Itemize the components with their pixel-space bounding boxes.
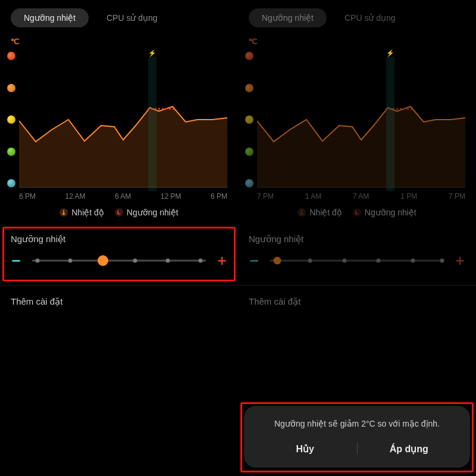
tabs: Ngưỡng nhiệt CPU sử dụng bbox=[238, 0, 476, 33]
chart-legend: Nhiệt độ L Ngưỡng nhiệt bbox=[238, 208, 476, 217]
chart-area: ⚡ 6 PM 12 AM 6 AM 12 PM 6 PM bbox=[0, 49, 238, 204]
slider-title: Ngưỡng nhiệt bbox=[249, 234, 465, 245]
x-tick: 6 PM bbox=[211, 192, 227, 201]
thermometer-icon bbox=[60, 208, 68, 217]
x-axis: 7 PM 1 AM 7 AM 1 PM 7 PM bbox=[257, 192, 465, 201]
apply-button[interactable]: Áp dụng bbox=[358, 443, 461, 455]
threshold-icon: L bbox=[115, 208, 123, 217]
x-axis: 6 PM 12 AM 6 AM 12 PM 6 PM bbox=[19, 192, 227, 201]
threshold-slider-card: Ngưỡng nhiệt − + bbox=[238, 226, 476, 285]
slider-thumb[interactable] bbox=[274, 257, 281, 265]
chart-area: ⚡ 7 PM 1 AM 7 AM 1 PM 7 PM bbox=[238, 49, 476, 204]
x-tick: 7 PM bbox=[449, 192, 465, 201]
tab-cpu-usage[interactable]: CPU sử dụng bbox=[331, 8, 409, 27]
level-hot-icon bbox=[245, 52, 253, 60]
decrease-button[interactable]: − bbox=[11, 253, 21, 268]
thermometer-icon bbox=[298, 208, 306, 217]
level-hot-icon bbox=[7, 52, 15, 60]
legend-label: Ngưỡng nhiệt bbox=[127, 208, 178, 217]
chart-area-fill bbox=[19, 107, 227, 187]
chart-legend: Nhiệt độ L Ngưỡng nhiệt bbox=[0, 208, 238, 217]
slider-row: − + bbox=[11, 253, 227, 268]
charging-icon: ⚡ bbox=[385, 49, 396, 57]
svg-rect-5 bbox=[301, 210, 302, 214]
legend-temperature: Nhiệt độ bbox=[298, 208, 342, 217]
level-very-cool-icon bbox=[245, 179, 253, 187]
temperature-chart bbox=[257, 49, 465, 189]
x-tick: 12 PM bbox=[161, 192, 181, 201]
tab-cpu-usage[interactable]: CPU sử dụng bbox=[93, 8, 171, 27]
x-tick: 6 PM bbox=[19, 192, 36, 201]
tabs: Ngưỡng nhiệt CPU sử dụng bbox=[0, 0, 238, 33]
slider-thumb[interactable] bbox=[98, 255, 108, 266]
threshold-slider-card: Ngưỡng nhiệt − + bbox=[0, 226, 238, 285]
legend-threshold: L Ngưỡng nhiệt bbox=[353, 208, 416, 217]
dialog-actions: Hủy Áp dụng bbox=[253, 434, 461, 463]
y-axis-unit: ℃ bbox=[11, 37, 20, 46]
level-cool-icon bbox=[7, 148, 15, 156]
legend-threshold: L Ngưỡng nhiệt bbox=[115, 208, 178, 217]
increase-button[interactable]: + bbox=[455, 253, 465, 268]
charging-icon: ⚡ bbox=[147, 49, 158, 57]
tab-threshold[interactable]: Ngưỡng nhiệt bbox=[249, 8, 327, 27]
level-neutral-icon bbox=[7, 115, 15, 124]
more-settings[interactable]: Thêm cài đặt bbox=[238, 286, 476, 318]
threshold-icon: L bbox=[353, 208, 361, 217]
cancel-button[interactable]: Hủy bbox=[253, 443, 357, 455]
slider-track[interactable] bbox=[267, 255, 447, 266]
level-warm-icon bbox=[245, 84, 253, 92]
increase-button[interactable]: + bbox=[217, 253, 227, 268]
slider-track[interactable] bbox=[29, 255, 209, 266]
dialog-message: Ngưỡng nhiệt sẽ giảm 2°C so với mặc định… bbox=[253, 419, 461, 428]
charging-band bbox=[386, 57, 394, 191]
x-tick: 7 PM bbox=[257, 192, 274, 201]
level-cool-icon bbox=[245, 148, 253, 156]
legend-temperature: Nhiệt độ bbox=[60, 208, 104, 217]
level-warm-icon bbox=[7, 84, 15, 92]
legend-label: Ngưỡng nhiệt bbox=[365, 208, 416, 217]
y-axis-levels bbox=[245, 52, 253, 187]
y-axis-levels bbox=[7, 52, 15, 187]
x-tick: 12 AM bbox=[65, 192, 85, 201]
legend-label: Nhiệt độ bbox=[309, 208, 342, 217]
temperature-chart bbox=[19, 49, 227, 189]
pane-right: Ngưỡng nhiệt CPU sử dụng ℃ ⚡ 7 PM bbox=[238, 0, 476, 476]
y-axis-unit: ℃ bbox=[249, 37, 258, 46]
x-tick: 7 AM bbox=[353, 192, 369, 201]
legend-label: Nhiệt độ bbox=[71, 208, 104, 217]
confirm-dialog: Ngưỡng nhiệt sẽ giảm 2°C so với mặc định… bbox=[244, 406, 470, 468]
app-root: Ngưỡng nhiệt CPU sử dụng ℃ ⚡ 6 PM bbox=[0, 0, 476, 476]
slider-row: − + bbox=[249, 253, 465, 268]
charging-band bbox=[148, 57, 156, 191]
level-neutral-icon bbox=[245, 115, 253, 124]
pane-left: Ngưỡng nhiệt CPU sử dụng ℃ ⚡ 6 PM bbox=[0, 0, 238, 476]
more-settings[interactable]: Thêm cài đặt bbox=[0, 286, 238, 318]
level-very-cool-icon bbox=[7, 179, 15, 187]
svg-rect-2 bbox=[63, 210, 64, 214]
x-tick: 6 AM bbox=[115, 192, 131, 201]
x-tick: 1 PM bbox=[400, 192, 417, 201]
decrease-button[interactable]: − bbox=[249, 253, 259, 268]
chart-area-fill bbox=[257, 107, 465, 187]
slider-title: Ngưỡng nhiệt bbox=[11, 234, 227, 245]
tab-threshold[interactable]: Ngưỡng nhiệt bbox=[11, 8, 89, 27]
x-tick: 1 AM bbox=[305, 192, 321, 201]
